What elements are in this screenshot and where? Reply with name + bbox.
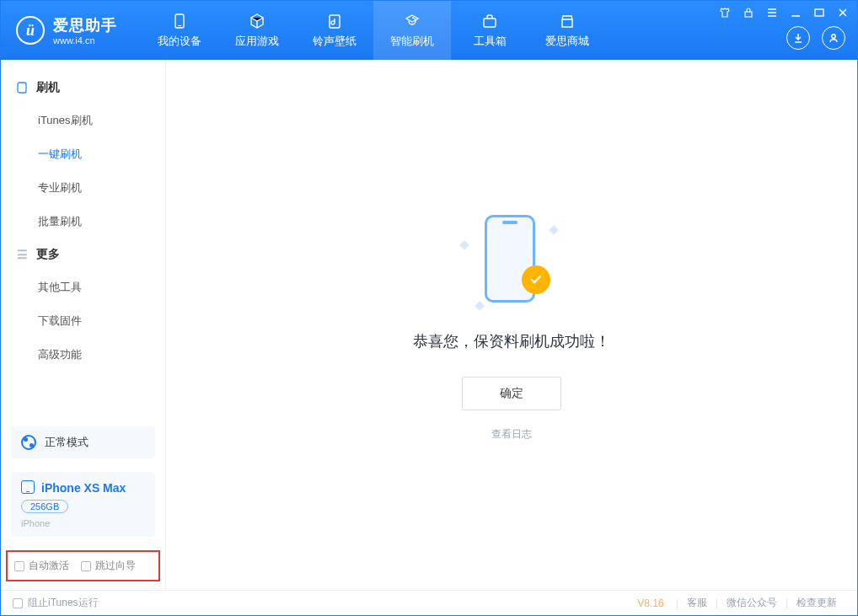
store-icon — [558, 12, 576, 30]
mode-card[interactable]: 正常模式 — [11, 426, 155, 458]
sidebar-item-pro-flash[interactable]: 专业刷机 — [1, 171, 165, 205]
svg-rect-4 — [745, 12, 752, 17]
tab-label: 铃声壁纸 — [313, 34, 357, 49]
device-type: iPhone — [21, 518, 145, 528]
mode-label: 正常模式 — [45, 435, 88, 450]
success-message: 恭喜您，保资料刷机成功啦！ — [413, 331, 610, 351]
ok-button[interactable]: 确定 — [462, 377, 561, 410]
close-button[interactable] — [835, 6, 850, 19]
tab-smart-flash[interactable]: 智能刷机 — [373, 1, 451, 60]
checkbox-label: 阻止iTunes运行 — [28, 596, 99, 610]
tab-my-device[interactable]: 我的设备 — [141, 1, 218, 60]
user-button[interactable] — [822, 26, 845, 50]
sidebar: 刷机 iTunes刷机 一键刷机 专业刷机 批量刷机 ☰ 更多 其他工具 下载固… — [1, 60, 166, 590]
footer-link-support[interactable]: 客服 — [678, 596, 716, 610]
check-badge-icon — [522, 265, 550, 294]
list-icon: ☰ — [16, 248, 28, 261]
app-window: ü 爱思助手 www.i4.cn 我的设备 应用游戏 铃声壁纸 智能刷机 — [0, 0, 858, 616]
body: 刷机 iTunes刷机 一键刷机 专业刷机 批量刷机 ☰ 更多 其他工具 下载固… — [1, 60, 857, 590]
system-buttons — [717, 6, 850, 19]
download-button[interactable] — [786, 26, 810, 50]
svg-rect-1 — [178, 25, 181, 26]
refresh-icon — [403, 12, 421, 30]
svg-rect-5 — [815, 9, 823, 16]
footer-link-wechat[interactable]: 微信公众号 — [718, 596, 786, 610]
checkbox-label: 跳过向导 — [95, 559, 136, 573]
nav-tabs: 我的设备 应用游戏 铃声壁纸 智能刷机 工具箱 爱思商城 — [141, 1, 606, 60]
device-capacity: 256GB — [21, 500, 68, 513]
shirt-icon[interactable] — [717, 6, 732, 19]
logo-icon: ü — [16, 16, 45, 45]
sidebar-item-other-tools[interactable]: 其他工具 — [1, 271, 165, 304]
device-phone-icon — [21, 480, 35, 494]
tab-label: 应用游戏 — [235, 34, 279, 49]
group-title: 更多 — [36, 247, 60, 262]
device-card[interactable]: iPhone XS Max 256GB iPhone — [11, 472, 155, 537]
checkbox-skip-guide[interactable]: 跳过向导 — [81, 559, 136, 573]
device-name: iPhone XS Max — [41, 481, 126, 495]
cube-icon — [248, 12, 266, 30]
status-bar: 阻止iTunes运行 V8.16 | 客服 | 微信公众号 | 检查更新 — [1, 590, 857, 615]
sidebar-item-advanced[interactable]: 高级功能 — [1, 338, 165, 372]
tab-label: 爱思商城 — [545, 34, 589, 49]
minimize-button[interactable] — [788, 6, 803, 19]
menu-icon[interactable] — [764, 6, 780, 19]
tab-toolbox[interactable]: 工具箱 — [451, 1, 528, 60]
app-name: 爱思助手 — [53, 15, 117, 35]
svg-rect-3 — [484, 19, 496, 27]
checkbox-auto-activate[interactable]: 自动激活 — [14, 559, 69, 573]
tab-ringtones[interactable]: 铃声壁纸 — [296, 1, 373, 60]
checkbox-label: 自动激活 — [29, 559, 69, 573]
logo: ü 爱思助手 www.i4.cn — [1, 15, 132, 46]
tab-label: 我的设备 — [158, 34, 201, 49]
sidebar-group-flash: 刷机 — [1, 72, 165, 104]
sidebar-group-more: ☰ 更多 — [1, 238, 165, 271]
options-highlight-box: 自动激活 跳过向导 — [6, 550, 160, 581]
phone-icon — [16, 82, 28, 94]
tab-store[interactable]: 爱思商城 — [528, 1, 606, 60]
tab-apps[interactable]: 应用游戏 — [218, 1, 296, 60]
sidebar-item-oneclick-flash[interactable]: 一键刷机 — [1, 137, 165, 171]
version-label: V8.16 — [637, 597, 663, 609]
device-icon — [170, 12, 189, 30]
sidebar-item-download-fw[interactable]: 下载固件 — [1, 304, 165, 338]
title-bar: ü 爱思助手 www.i4.cn 我的设备 应用游戏 铃声壁纸 智能刷机 — [1, 1, 857, 60]
lock-icon[interactable] — [741, 6, 756, 19]
header-actions — [786, 26, 845, 50]
sidebar-item-batch-flash[interactable]: 批量刷机 — [1, 205, 165, 238]
success-illustration — [461, 208, 562, 309]
group-title: 刷机 — [36, 80, 60, 95]
toolbox-icon — [480, 12, 499, 30]
maximize-button[interactable] — [812, 6, 827, 19]
tab-label: 工具箱 — [474, 34, 507, 49]
view-log-link[interactable]: 查看日志 — [491, 427, 532, 442]
footer-link-update[interactable]: 检查更新 — [788, 596, 845, 610]
mode-icon — [21, 435, 36, 450]
checkbox-block-itunes[interactable]: 阻止iTunes运行 — [13, 596, 99, 610]
svg-rect-7 — [18, 83, 26, 93]
tab-label: 智能刷机 — [390, 34, 434, 49]
svg-point-6 — [832, 35, 835, 38]
app-url: www.i4.cn — [53, 35, 117, 46]
note-icon — [325, 12, 344, 30]
sidebar-item-itunes-flash[interactable]: iTunes刷机 — [1, 104, 165, 137]
main-panel: 恭喜您，保资料刷机成功啦！ 确定 查看日志 — [166, 60, 857, 590]
